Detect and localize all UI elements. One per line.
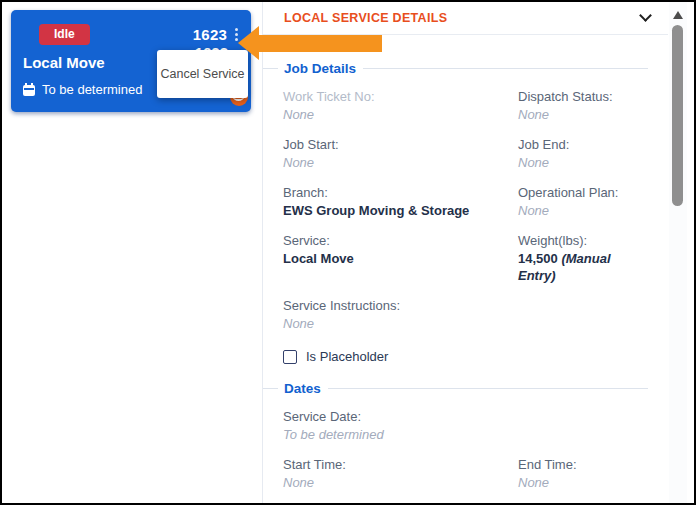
field-value: None	[283, 315, 648, 332]
field-start-time: Start Time: None	[283, 456, 518, 491]
schedule-text: To be determined	[42, 82, 142, 97]
service-card-top-row: Idle 1623	[23, 24, 239, 45]
field-value: To be determined	[283, 426, 648, 443]
field-service: Service: Local Move	[283, 232, 518, 284]
field-label: End Time:	[518, 456, 648, 473]
panel-body: Job Details Work Ticket No: None Dispatc…	[263, 61, 668, 505]
field-label: Job Start:	[283, 136, 518, 153]
panel-header[interactable]: LOCAL SERVICE DETAILS	[263, 2, 668, 35]
chevron-down-icon[interactable]	[639, 9, 652, 22]
cancel-service-menu-item[interactable]: Cancel Service	[160, 67, 244, 81]
field-label: Work Ticket No:	[283, 88, 518, 105]
field-value: None	[283, 474, 518, 491]
scrollbar-thumb[interactable]	[672, 25, 683, 206]
field-value: None	[518, 202, 648, 219]
field-label: Operational Plan:	[518, 184, 648, 201]
field-weight: Weight(lbs): 14,500 (Manual Entry)	[518, 232, 648, 284]
dates-fields: Service Date: To be determined Start Tim…	[283, 408, 648, 504]
field-label: Service:	[283, 232, 518, 249]
field-job-start: Job Start: None	[283, 136, 518, 171]
field-dispatch-status: Dispatch Status: None	[518, 88, 648, 123]
divider	[328, 388, 648, 389]
screenshot-frame: LOCAL SERVICE DETAILS Job Details Work T…	[0, 0, 696, 505]
field-branch: Branch: EWS Group Moving & Storage	[283, 184, 518, 219]
is-placeholder-label: Is Placeholder	[306, 349, 388, 364]
vertical-scrollbar[interactable]	[669, 2, 687, 503]
scroll-up-icon[interactable]	[673, 11, 683, 19]
field-label: Branch:	[283, 184, 518, 201]
panel-title: LOCAL SERVICE DETAILS	[284, 11, 447, 25]
field-value: None	[518, 106, 648, 123]
annotation-arrow-body	[257, 35, 382, 52]
field-service-instructions: Service Instructions: None	[283, 297, 648, 332]
field-value: EWS Group Moving & Storage	[283, 202, 518, 219]
annotation-arrow-icon	[238, 26, 259, 60]
is-placeholder-row: Is Placeholder	[283, 349, 648, 364]
field-value: 14,500 (Manual Entry)	[518, 250, 648, 284]
service-number-wrap: 1623	[193, 26, 239, 43]
calendar-icon	[23, 85, 35, 96]
field-value: Local Move	[283, 250, 518, 267]
is-placeholder-checkbox[interactable]	[283, 350, 297, 364]
field-label: Dispatch Status:	[518, 88, 648, 105]
field-service-date: Service Date: To be determined	[283, 408, 648, 443]
field-value: None	[283, 106, 518, 123]
field-label: Weight(lbs):	[518, 232, 648, 249]
divider	[363, 68, 648, 69]
service-number: 1623	[193, 26, 227, 43]
field-value: None	[283, 154, 518, 171]
divider	[263, 68, 278, 69]
job-details-fields: Work Ticket No: None Dispatch Status: No…	[283, 88, 648, 345]
field-end-time: End Time: None	[518, 456, 648, 491]
dates-section-heading: Dates	[263, 381, 648, 396]
field-operational-plan: Operational Plan: None	[518, 184, 648, 219]
field-label: Service Instructions:	[283, 297, 648, 314]
field-label: Start Time:	[283, 456, 518, 473]
field-job-end: Job End: None	[518, 136, 648, 171]
field-value: None	[518, 474, 648, 491]
local-service-details-panel: LOCAL SERVICE DETAILS Job Details Work T…	[262, 2, 668, 503]
section-heading-label: Dates	[284, 381, 321, 396]
weight-value: 14,500	[518, 251, 558, 266]
status-badge: Idle	[39, 24, 90, 45]
field-value: None	[518, 154, 648, 171]
field-work-ticket-no: Work Ticket No: None	[283, 88, 518, 123]
section-heading-label: Job Details	[284, 61, 356, 76]
divider	[263, 388, 278, 389]
job-details-section-heading: Job Details	[263, 61, 648, 76]
field-label: Service Date:	[283, 408, 648, 425]
context-menu: Cancel Service	[157, 50, 248, 98]
field-label: Job End:	[518, 136, 648, 153]
